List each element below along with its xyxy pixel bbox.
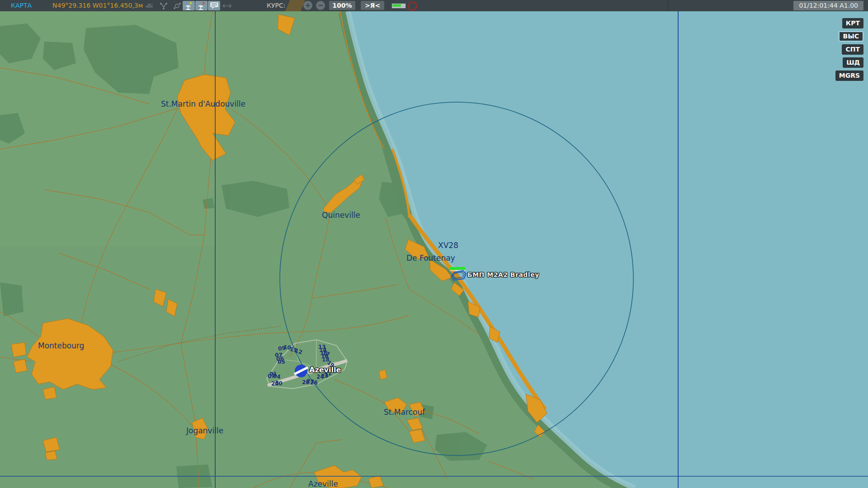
map-label-unit-bradley[interactable]: БМП M2A2 Bradley <box>467 271 539 278</box>
map-label-azeville-town: Azeville <box>308 479 338 488</box>
side-button-спт[interactable]: СПТ <box>842 44 863 55</box>
chat-icon[interactable] <box>208 1 220 10</box>
mission-time: 01/12:01:44 A1.00 <box>793 1 863 10</box>
toolbar-separator <box>668 0 669 11</box>
map-canvas[interactable] <box>0 0 868 488</box>
side-button-шд[interactable]: ШД <box>843 57 863 68</box>
map-mode-label[interactable]: КАРТА <box>11 2 32 9</box>
record-indicator-icon <box>408 1 417 11</box>
map-label-quineville: Quineville <box>322 211 360 220</box>
status-bar-indicator <box>392 3 406 9</box>
map-label-xv28: XV28 <box>438 241 458 250</box>
cursor-coordinates: N49°29.316 W01°16.450,3м <box>52 2 143 9</box>
center-on-me-button[interactable]: >Я< <box>361 1 384 10</box>
map-label-de-foutenay: De Foutenay <box>406 253 455 263</box>
course-label: КУРС: <box>267 2 285 9</box>
side-button-выс[interactable]: ВЫС <box>839 31 863 42</box>
map-label-st-marcouf: St.Marcouf <box>384 408 425 417</box>
ground-units-icon[interactable] <box>143 1 155 10</box>
side-button-крт[interactable]: КРТ <box>842 18 863 28</box>
zoom-level-indicator[interactable]: 100% <box>329 1 355 10</box>
side-button-mgrs[interactable]: MGRS <box>835 70 863 81</box>
zoom-out-button[interactable]: − <box>316 1 325 10</box>
routes-icon[interactable] <box>157 1 170 10</box>
unit-health-bar <box>450 267 465 270</box>
map-label-montebourg: Montebourg <box>38 341 84 350</box>
waypoints-icon[interactable] <box>171 1 183 10</box>
map-label-joganville: Joganville <box>186 426 223 435</box>
runway-number: 26 <box>310 380 318 386</box>
top-toolbar: КАРТА N49°29.316 W01°16.450,3м КУРС: + −… <box>0 0 868 11</box>
runway-number: 04 <box>273 373 281 380</box>
runway-number: 05 <box>278 359 285 365</box>
map-label-st-martin: St.Martin d'Audouville <box>161 99 245 108</box>
zoom-in-button[interactable]: + <box>303 1 312 10</box>
runway-number: 30 <box>274 380 283 386</box>
map-label-azeville-airfield: Azeville <box>309 366 341 374</box>
toolbar-gap <box>285 0 305 11</box>
radar-enemy-icon[interactable] <box>195 1 208 10</box>
dcs-f10-map-screen: St.Martin d'AudouvilleQuinevilleXV28De F… <box>0 0 868 488</box>
measure-distance-icon[interactable] <box>221 1 233 10</box>
radar-friendly-icon[interactable] <box>183 1 195 10</box>
